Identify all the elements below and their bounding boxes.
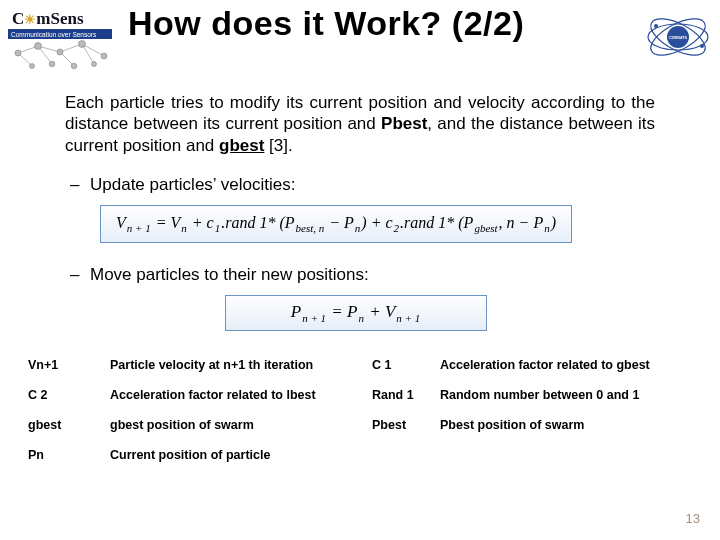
def-key: gbest	[22, 410, 104, 440]
def-key2	[366, 440, 434, 470]
table-row: C 2Acceleration factor related to lbestR…	[22, 380, 698, 410]
svg-point-16	[30, 64, 35, 69]
svg-point-11	[57, 49, 63, 55]
slide: C☀mSens Communication over Sensors COMSA…	[0, 0, 720, 540]
comsats-logo: COMSATS	[644, 14, 712, 64]
svg-point-9	[15, 50, 21, 56]
definitions-table: Vn+1Particle velocity at n+1 th iteratio…	[22, 350, 698, 470]
def-val: Current position of particle	[104, 440, 366, 470]
comsens-logo: C☀mSens Communication over Sensors	[8, 8, 118, 74]
velocity-formula: Vn + 1 = Vn + c1.rand 1* (Pbest, n − Pn)…	[100, 205, 572, 243]
def-key2: Pbest	[366, 410, 434, 440]
network-icon: C☀mSens Communication over Sensors	[8, 8, 118, 70]
bullet-position: Move particles to their new positions:	[90, 265, 369, 285]
table-row: Vn+1Particle velocity at n+1 th iteratio…	[22, 350, 698, 380]
svg-point-22	[654, 24, 658, 28]
svg-point-17	[92, 62, 97, 67]
def-key: C 2	[22, 380, 104, 410]
comsens-sub: Communication over Sensors	[11, 31, 97, 38]
comsats-word: COMSATS	[669, 36, 687, 40]
slide-title: How does it Work? (2/2)	[128, 4, 524, 43]
def-val2	[434, 440, 698, 470]
def-key2: C 1	[366, 350, 434, 380]
svg-point-13	[101, 53, 107, 59]
svg-point-10	[35, 43, 42, 50]
svg-point-15	[71, 63, 77, 69]
def-key2: Rand 1	[366, 380, 434, 410]
svg-point-23	[700, 44, 704, 48]
comsens-word: C☀mSens	[12, 9, 84, 28]
page-number: 13	[686, 511, 700, 526]
para-post: [3].	[264, 136, 292, 155]
def-key: Vn+1	[22, 350, 104, 380]
comsats-icon: COMSATS	[644, 14, 712, 60]
def-val2: Random number between 0 and 1	[434, 380, 698, 410]
table-row: gbestgbest position of swarmPbestPbest p…	[22, 410, 698, 440]
def-key: Pn	[22, 440, 104, 470]
intro-paragraph: Each particle tries to modify its curren…	[65, 92, 655, 156]
def-val2: Pbest position of swarm	[434, 410, 698, 440]
pbest-word: Pbest	[381, 114, 427, 133]
def-val: gbest position of swarm	[104, 410, 366, 440]
def-val: Particle velocity at n+1 th iteration	[104, 350, 366, 380]
svg-point-14	[49, 61, 55, 67]
defs-body: Vn+1Particle velocity at n+1 th iteratio…	[22, 350, 698, 470]
table-row: PnCurrent position of particle	[22, 440, 698, 470]
svg-point-12	[79, 41, 86, 48]
def-val2: Acceleration factor related to gbest	[434, 350, 698, 380]
bullet-velocity: Update particles’ velocities:	[90, 175, 295, 195]
position-formula: Pn + 1 = Pn + Vn + 1	[225, 295, 487, 331]
gbest-word: gbest	[219, 136, 264, 155]
def-val: Acceleration factor related to lbest	[104, 380, 366, 410]
